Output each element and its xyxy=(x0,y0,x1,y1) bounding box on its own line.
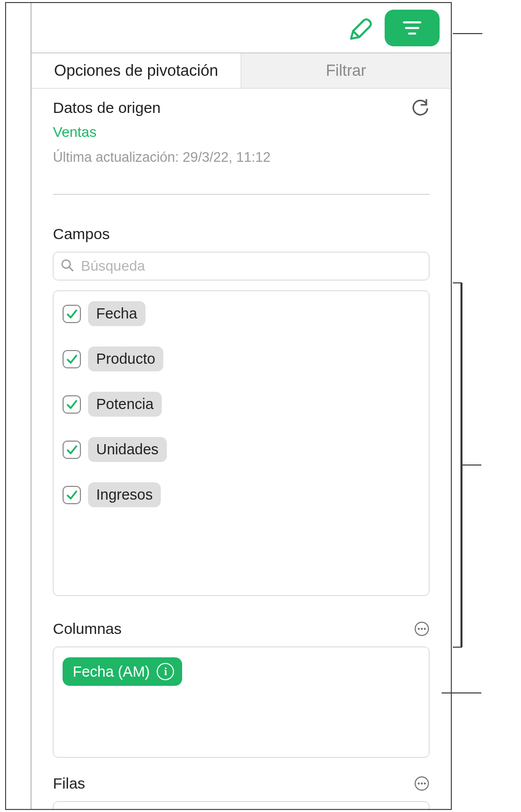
format-brush-button[interactable] xyxy=(348,14,375,42)
field-checkbox[interactable] xyxy=(63,395,81,414)
tab-filter-label: Filtrar xyxy=(326,62,366,80)
field-checkbox[interactable] xyxy=(63,441,81,459)
rows-drop-area[interactable]: Potencia i Producto i xyxy=(53,801,429,809)
field-checkbox[interactable] xyxy=(63,305,81,323)
datasource-link[interactable]: Ventas xyxy=(53,124,429,140)
field-item[interactable]: Ingresos xyxy=(63,482,420,507)
fields-section-title: Campos xyxy=(53,225,429,243)
fields-list: Fecha Producto Potencia xyxy=(53,291,429,596)
rows-more-button[interactable] xyxy=(414,776,429,791)
datasource-updated: Última actualización: 29/3/22, 11:12 xyxy=(53,150,429,165)
svg-point-10 xyxy=(418,782,420,785)
columns-more-button[interactable] xyxy=(414,621,429,636)
svg-point-6 xyxy=(418,628,420,630)
search-icon xyxy=(60,258,74,274)
fields-search-input[interactable] xyxy=(53,252,429,280)
field-label[interactable]: Ingresos xyxy=(88,482,161,507)
field-label[interactable]: Fecha xyxy=(88,301,146,326)
tab-pivot-label: Opciones de pivotación xyxy=(54,62,218,80)
field-item[interactable]: Potencia xyxy=(63,392,420,417)
refresh-button[interactable] xyxy=(411,99,429,117)
organize-menu-button[interactable] xyxy=(385,10,440,46)
field-checkbox[interactable] xyxy=(63,350,81,368)
columns-section-title: Columnas xyxy=(53,620,122,637)
tab-pivot-options[interactable]: Opciones de pivotación xyxy=(32,53,241,88)
rows-section-title: Filas xyxy=(53,775,85,792)
divider xyxy=(53,194,429,195)
column-pill[interactable]: Fecha (AM) i xyxy=(63,657,182,686)
field-item[interactable]: Producto xyxy=(63,346,420,371)
field-label[interactable]: Potencia xyxy=(88,392,162,417)
column-pill-label: Fecha (AM) xyxy=(73,663,150,680)
svg-point-7 xyxy=(421,628,423,630)
columns-drop-area[interactable]: Fecha (AM) i xyxy=(53,647,429,758)
svg-point-8 xyxy=(424,628,426,630)
tab-filter[interactable]: Filtrar xyxy=(241,53,451,88)
svg-point-11 xyxy=(421,782,423,785)
svg-line-4 xyxy=(69,267,73,271)
field-label[interactable]: Unidades xyxy=(88,437,167,462)
datasource-title: Datos de origen xyxy=(53,99,161,117)
field-label[interactable]: Producto xyxy=(88,346,163,371)
svg-point-12 xyxy=(424,782,426,785)
field-checkbox[interactable] xyxy=(63,486,81,504)
field-item[interactable]: Unidades xyxy=(63,437,420,462)
field-item[interactable]: Fecha xyxy=(63,301,420,326)
info-icon[interactable]: i xyxy=(157,663,174,680)
